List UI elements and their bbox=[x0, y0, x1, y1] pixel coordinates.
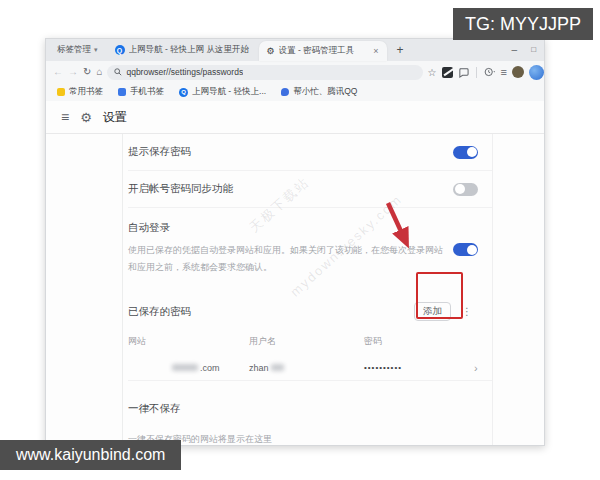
site-suffix: .com bbox=[200, 363, 220, 373]
password-table-row[interactable]: .com zhan •••••••••• › bbox=[128, 355, 492, 381]
add-password-button[interactable]: 添加 bbox=[414, 302, 451, 321]
site-cell: .com bbox=[128, 363, 249, 373]
gear-icon: ⚙ bbox=[80, 111, 92, 124]
tencent-icon bbox=[281, 88, 289, 96]
setting-label: 提示保存密码 bbox=[128, 145, 191, 159]
history-clock-icon[interactable] bbox=[484, 66, 496, 78]
setting-row-save-prompt: 提示保存密码 bbox=[128, 134, 492, 171]
reload-button[interactable]: ↻ bbox=[83, 67, 91, 77]
username-cell: zhan bbox=[249, 363, 364, 373]
redacted-site-favicon bbox=[172, 364, 198, 371]
q-favicon-icon: Q bbox=[115, 45, 125, 55]
bookmark-icon bbox=[118, 88, 126, 96]
column-site: 网站 bbox=[128, 335, 249, 348]
saved-passwords-header: 已保存的密码 添加 ⋮ bbox=[128, 302, 492, 321]
bookmark-label: 手机书签 bbox=[130, 86, 164, 98]
new-tab-button[interactable]: + bbox=[387, 43, 414, 57]
toolbar-divider bbox=[476, 67, 477, 78]
saved-passwords-title: 已保存的密码 bbox=[128, 305, 414, 319]
column-password: 密码 bbox=[364, 335, 474, 348]
bookmark-tencent[interactable]: 帮小忙、腾讯QQ bbox=[281, 86, 357, 98]
forward-button[interactable]: → bbox=[68, 67, 78, 77]
settings-main: 提示保存密码 开启帐号密码同步功能 自动登录 使用已保存的凭据自动登录网站和应用… bbox=[123, 134, 544, 446]
auto-login-title: 自动登录 bbox=[128, 221, 446, 235]
tab-settings-passwords[interactable]: ⚙ 设置 - 密码管理工具 × bbox=[259, 41, 387, 61]
tab-label: 设置 - 密码管理工具 bbox=[279, 45, 366, 57]
folder-icon bbox=[57, 88, 65, 96]
bookmark-common[interactable]: 常用书签 bbox=[57, 86, 103, 98]
chat-bubble-icon[interactable] bbox=[458, 67, 469, 78]
address-bar[interactable]: qqbrowser//settings/passwords bbox=[107, 65, 422, 80]
username-text: zhan bbox=[249, 363, 269, 373]
chevron-down-icon: ▾ bbox=[94, 46, 98, 54]
bottom-left-watermark: www.kaiyunbind.com bbox=[0, 440, 181, 470]
bookmark-label: 上网导航 - 轻快上... bbox=[192, 86, 266, 98]
profile-avatar[interactable] bbox=[512, 66, 524, 78]
search-icon bbox=[114, 68, 122, 76]
minimize-button[interactable]: – bbox=[512, 45, 518, 55]
maximize-button[interactable]: □ bbox=[531, 46, 536, 54]
url-text: qqbrowser//settings/passwords bbox=[126, 67, 243, 77]
tab-manager-label: 标签管理 bbox=[57, 44, 91, 56]
tab-manager-button[interactable]: 标签管理 ▾ bbox=[46, 39, 107, 61]
bookmark-nav[interactable]: Q 上网导航 - 轻快上... bbox=[179, 86, 266, 98]
password-table-header: 网站 用户名 密码 bbox=[128, 335, 492, 348]
close-tab-icon[interactable]: × bbox=[369, 46, 378, 56]
auto-login-toggle[interactable] bbox=[453, 243, 478, 256]
top-right-watermark: TG: MYYJJPP bbox=[453, 8, 593, 40]
auto-login-description: 使用已保存的凭据自动登录网站和应用。如果关闭了该功能，在您每次登录网站和应用之前… bbox=[128, 242, 446, 276]
settings-sidebar bbox=[46, 134, 123, 446]
q-favicon-icon: Q bbox=[179, 88, 188, 97]
screenshot-flag-icon[interactable] bbox=[442, 67, 453, 78]
never-save-title: 一律不保存 bbox=[128, 402, 492, 416]
setting-row-auto-login: 自动登录 使用已保存的凭据自动登录网站和应用。如果关闭了该功能，在您每次登录网站… bbox=[128, 208, 492, 276]
save-prompt-toggle[interactable] bbox=[453, 146, 478, 159]
bookmarks-bar: 常用书签 手机书签 Q 上网导航 - 轻快上... 帮小忙、腾讯QQ bbox=[46, 83, 544, 101]
browser-toolbar: ← → ↻ ⌂ qqbrowser//settings/passwords ☆ … bbox=[46, 61, 544, 83]
browser-window: 标签管理 ▾ Q 上网导航 - 轻快上网 从这里开始 ⚙ 设置 - 密码管理工具… bbox=[45, 38, 545, 446]
menu-icon[interactable]: ≡ bbox=[501, 66, 507, 78]
bookmark-star-icon[interactable]: ☆ bbox=[428, 67, 437, 78]
home-button[interactable]: ⌂ bbox=[96, 67, 102, 77]
sidebar-assistant-button[interactable] bbox=[529, 65, 544, 80]
hamburger-menu-icon[interactable]: ≡ bbox=[61, 109, 69, 125]
settings-content: 提示保存密码 开启帐号密码同步功能 自动登录 使用已保存的凭据自动登录网站和应用… bbox=[46, 134, 544, 446]
page: { "annotations": { "top_right_watermark"… bbox=[0, 0, 600, 480]
column-username: 用户名 bbox=[249, 335, 364, 348]
redacted-username bbox=[271, 364, 284, 371]
bookmark-mobile[interactable]: 手机书签 bbox=[118, 86, 164, 98]
tab-label: 上网导航 - 轻快上网 从这里开始 bbox=[129, 44, 251, 56]
password-masked: •••••••••• bbox=[364, 363, 474, 372]
gear-icon: ⚙ bbox=[267, 47, 275, 56]
tab-strip: 标签管理 ▾ Q 上网导航 - 轻快上网 从这里开始 ⚙ 设置 - 密码管理工具… bbox=[46, 39, 544, 61]
window-controls: – □ bbox=[512, 45, 544, 55]
tab-nav-home[interactable]: Q 上网导航 - 轻快上网 从这里开始 bbox=[107, 39, 259, 61]
setting-label: 开启帐号密码同步功能 bbox=[128, 182, 233, 196]
never-save-hint: 一律不保存密码的网站将显示在这里 bbox=[128, 433, 492, 446]
more-options-icon[interactable]: ⋮ bbox=[462, 306, 472, 317]
bookmark-label: 帮小忙、腾讯QQ bbox=[293, 86, 357, 98]
chevron-right-icon[interactable]: › bbox=[474, 362, 492, 374]
back-button[interactable]: ← bbox=[53, 67, 63, 77]
settings-header: ≡ ⚙ 设置 bbox=[46, 101, 544, 134]
sync-toggle[interactable] bbox=[453, 183, 478, 196]
bookmark-label: 常用书签 bbox=[69, 86, 103, 98]
page-title: 设置 bbox=[103, 109, 127, 126]
setting-row-sync: 开启帐号密码同步功能 bbox=[128, 171, 492, 208]
